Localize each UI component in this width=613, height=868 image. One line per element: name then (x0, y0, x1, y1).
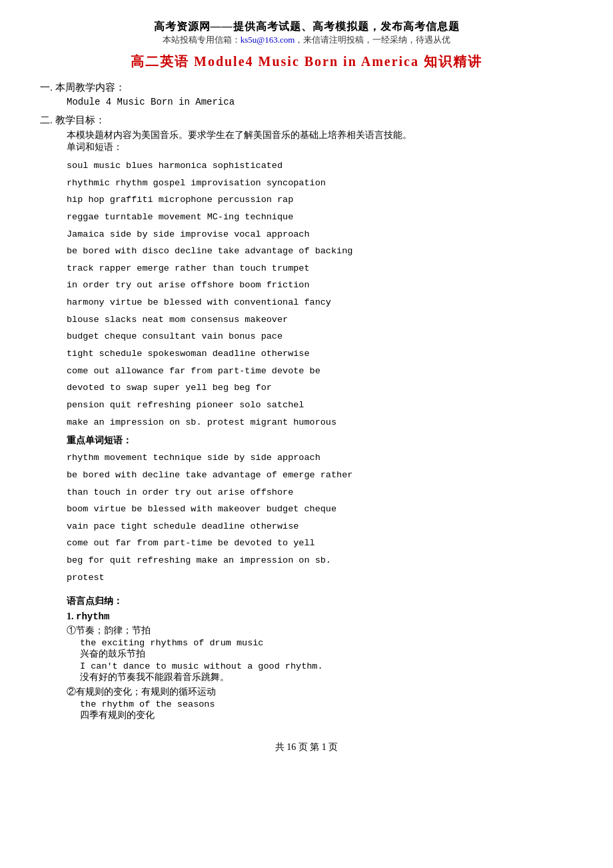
lang-point-word: rhythm (76, 611, 109, 622)
vocab-row: harmony virtue be blessed with conventio… (67, 294, 573, 311)
def-line: ②有规则的变化；有规则的循环运动 (67, 686, 573, 698)
section1-content: Module 4 Music Born in America (67, 97, 573, 107)
vocab-row: soul music blues harmonica sophisticated (67, 157, 573, 175)
vocab-row: come out allowance far from part-time de… (67, 363, 573, 380)
section2-title: 二. 教学目标： (40, 114, 573, 127)
vocab-row: make an impression on sb. protest migran… (67, 414, 573, 431)
vocab-row: in order try out arise offshore boom fri… (67, 277, 573, 294)
example-en: the rhythm of the seasons (80, 699, 573, 709)
key-vocab-line: vain pace tight schedule deadline otherw… (67, 518, 573, 535)
footer-text: 共 16 页 第 1 页 (275, 742, 338, 752)
lang-point-header: 1. rhythm (67, 611, 573, 622)
footer: 共 16 页 第 1 页 (40, 741, 573, 753)
header-sub-text-before: 本站投稿专用信箱： (163, 35, 241, 45)
example-zh: 四季有规则的变化 (80, 709, 573, 721)
lang-point-def: ②有规则的变化；有规则的循环运动the rhythm of the season… (67, 686, 573, 721)
example-en: the exciting rhythms of drum music (80, 638, 573, 648)
header-sub-text-after: ，来信请注明投稿，一经采纳，待遇从优 (295, 35, 450, 45)
example-zh: 兴奋的鼓乐节拍 (80, 648, 573, 660)
email-link[interactable]: ks5u@163.com (241, 35, 295, 45)
key-vocab-line: be bored with decline take advantage of … (67, 467, 573, 484)
key-vocab-line: than touch in order try out arise offsho… (67, 484, 573, 501)
language-points-title: 语言点归纳： (67, 595, 573, 607)
vocab-row: reggae turntable movement MC-ing techniq… (67, 209, 573, 226)
vocab-row: blouse slacks neat mom consensus makeove… (67, 311, 573, 329)
key-vocab-line: come out far from part-time be devoted t… (67, 535, 573, 552)
key-vocab-line: rhythm movement technique side by side a… (67, 449, 573, 467)
header-section: 高考资源网——提供高考试题、高考模拟题，发布高考信息题 本站投稿专用信箱：ks5… (40, 20, 573, 46)
section1-title: 一. 本周教学内容： (40, 81, 573, 94)
vocab-row: track rapper emerge rather than touch tr… (67, 260, 573, 277)
vocab-row: budget cheque consultant vain bonus pace (67, 328, 573, 345)
vocab-row: pension quit refreshing pioneer solo sat… (67, 397, 573, 414)
vocab-row: Jamaica side by side improvise vocal app… (67, 226, 573, 243)
page-title: 高二英语 Module4 Music Born in America 知识精讲 (40, 53, 573, 71)
def-line: ①节奏；韵律；节拍 (67, 625, 573, 637)
lang-point-def: ①节奏；韵律；节拍the exciting rhythms of drum mu… (67, 625, 573, 683)
key-vocab-lines: rhythm movement technique side by side a… (67, 449, 573, 586)
section2-text: 本模块题材内容为美国音乐。要求学生在了解美国音乐的基础上培养相关语言技能。 (67, 130, 412, 141)
key-vocab-title: 重点单词短语： (67, 435, 573, 447)
vocab-row: tight schedule spokeswoman deadline othe… (67, 345, 573, 363)
example-en: I can't dance to music without a good rh… (80, 661, 573, 671)
section2-content: 本模块题材内容为美国音乐。要求学生在了解美国音乐的基础上培养相关语言技能。 单词… (67, 129, 573, 153)
vocab-row: be bored with disco decline take advanta… (67, 243, 573, 260)
key-vocab-line: protest (67, 569, 573, 587)
header-main-title: 高考资源网——提供高考试题、高考模拟题，发布高考信息题 (40, 20, 573, 34)
language-section: 语言点归纳： 1. rhythm①节奏；韵律；节拍the exciting rh… (67, 595, 573, 721)
header-sub-title: 本站投稿专用信箱：ks5u@163.com，来信请注明投稿，一经采纳，待遇从优 (40, 34, 573, 46)
example-zh: 没有好的节奏我不能跟着音乐跳舞。 (80, 671, 573, 683)
key-vocab-line: boom virtue be blessed with makeover bud… (67, 501, 573, 518)
section1: 一. 本周教学内容： Module 4 Music Born in Americ… (40, 81, 573, 107)
section2-sub: 单词和短语： (67, 142, 123, 153)
vocab-row: hip hop graffiti microphone percussion r… (67, 191, 573, 209)
vocab-row: devoted to swap super yell beg beg for (67, 379, 573, 397)
vocab-grid: soul music blues harmonica sophisticated… (67, 157, 573, 431)
key-vocab-line: beg for quit refreshing make an impressi… (67, 552, 573, 569)
section2: 二. 教学目标： 本模块题材内容为美国音乐。要求学生在了解美国音乐的基础上培养相… (40, 114, 573, 153)
vocab-row: rhythmic rhythm gospel improvisation syn… (67, 175, 573, 192)
lang-point-num: 1. (67, 611, 76, 621)
lang-point-item: 1. rhythm①节奏；韵律；节拍the exciting rhythms o… (67, 611, 573, 721)
